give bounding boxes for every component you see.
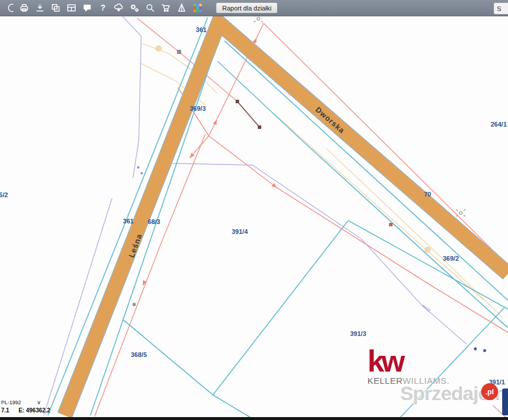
svg-text:?: ? bbox=[100, 3, 105, 12]
map-toolbar: ? Raport dla działki bbox=[0, 0, 508, 16]
parcel-label: 391/3 bbox=[350, 330, 366, 337]
parcel-label: 369/3 bbox=[190, 105, 206, 112]
parcel-label: 369/2 bbox=[443, 255, 459, 262]
layout-icon[interactable] bbox=[66, 3, 76, 13]
parcel-label: 391/4 bbox=[232, 228, 248, 235]
sprzedajemy-pl-badge: .pl bbox=[481, 383, 498, 400]
parcel-label: 70 bbox=[424, 191, 431, 198]
printer-icon[interactable] bbox=[19, 3, 29, 13]
parcel-label: 68/3 bbox=[148, 218, 160, 225]
cloud-download-icon[interactable] bbox=[113, 3, 124, 13]
crs-label[interactable]: PL-1992 bbox=[1, 400, 21, 405]
parcel-label: 368/5 bbox=[131, 351, 147, 358]
help-icon[interactable]: ? bbox=[97, 3, 108, 13]
easting-value: E: 496362.2 bbox=[19, 407, 51, 414]
parcel-label: 264/1 bbox=[491, 121, 507, 128]
speech-bubble-icon[interactable] bbox=[82, 3, 92, 13]
coordinate-panel: PL-1992 ∨ 7.1 E: 496362.2 bbox=[1, 400, 50, 414]
report-for-parcel-button[interactable]: Raport dla działki bbox=[216, 2, 278, 13]
cursor-coordinates: 7.1 E: 496362.2 bbox=[1, 407, 50, 414]
kw-name-primary: KELLER bbox=[367, 376, 402, 386]
bottom-bar bbox=[0, 417, 508, 420]
northing-value: 7.1 bbox=[1, 407, 9, 414]
keller-williams-logo: kw KELLERWILLIAMS. bbox=[367, 348, 450, 386]
kw-logo-mark: kw bbox=[367, 348, 450, 374]
palette-icon[interactable] bbox=[192, 3, 202, 13]
parcel-label: 361 bbox=[196, 26, 206, 33]
cart-icon[interactable] bbox=[160, 3, 171, 13]
download-icon[interactable] bbox=[34, 3, 45, 13]
chevron-down-icon[interactable]: ∨ bbox=[37, 400, 41, 405]
parcel-label: 5/2 bbox=[0, 191, 8, 198]
copy-icon[interactable] bbox=[50, 3, 61, 13]
prism-icon[interactable] bbox=[176, 3, 187, 13]
search-icon[interactable] bbox=[145, 3, 155, 13]
partial-right-button[interactable]: S bbox=[493, 2, 508, 15]
settings-icon[interactable] bbox=[129, 3, 139, 13]
parcel-label: 361 bbox=[123, 218, 134, 225]
corner-logo-fragment bbox=[502, 388, 508, 415]
partial-icon[interactable] bbox=[3, 3, 13, 13]
